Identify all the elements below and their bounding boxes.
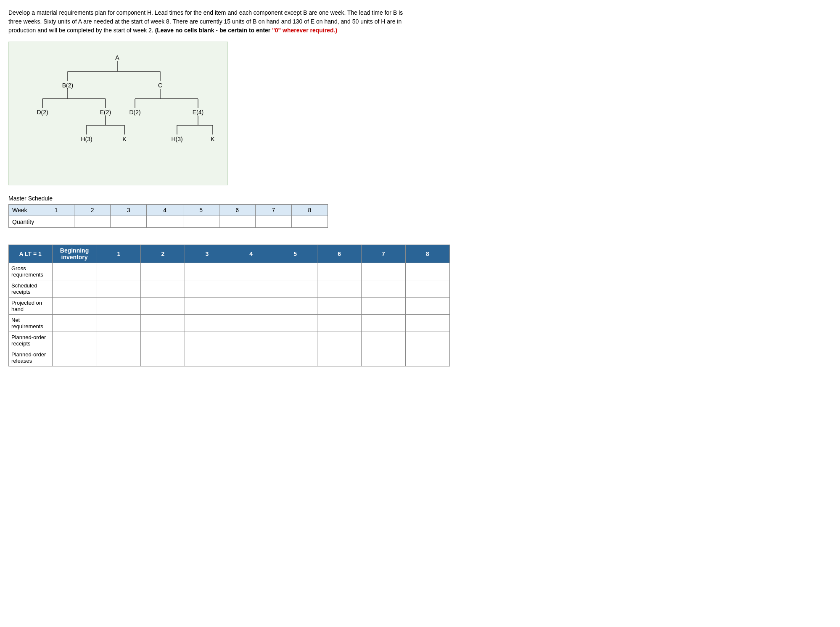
mrp-input-3-week-6[interactable]	[320, 320, 359, 327]
ms-qty-input-8[interactable]	[295, 219, 324, 225]
mrp-cell-4-week-5[interactable]	[273, 332, 317, 349]
mrp-bi-input-2[interactable]	[55, 303, 94, 309]
mrp-bi-input-4[interactable]	[55, 337, 94, 344]
mrp-input-0-week-2[interactable]	[143, 269, 182, 275]
mrp-cell-0-week-3[interactable]	[185, 263, 229, 280]
mrp-bi-2[interactable]	[52, 298, 97, 315]
mrp-cell-1-week-1[interactable]	[97, 280, 141, 298]
mrp-input-0-week-6[interactable]	[320, 269, 359, 275]
ms-qty-8[interactable]	[291, 216, 328, 228]
mrp-cell-5-week-8[interactable]	[405, 349, 449, 366]
mrp-cell-5-week-3[interactable]	[185, 349, 229, 366]
mrp-input-5-week-7[interactable]	[364, 355, 403, 361]
mrp-input-4-week-2[interactable]	[143, 337, 182, 344]
mrp-input-2-week-2[interactable]	[143, 303, 182, 309]
mrp-cell-1-week-6[interactable]	[317, 280, 362, 298]
mrp-input-1-week-1[interactable]	[100, 286, 138, 292]
ms-qty-input-4[interactable]	[150, 219, 179, 225]
mrp-input-0-week-7[interactable]	[364, 269, 403, 275]
mrp-cell-5-week-2[interactable]	[141, 349, 185, 366]
mrp-cell-5-week-5[interactable]	[273, 349, 317, 366]
mrp-cell-0-week-2[interactable]	[141, 263, 185, 280]
mrp-bi-input-5[interactable]	[55, 355, 94, 361]
mrp-input-5-week-8[interactable]	[408, 355, 447, 361]
ms-qty-5[interactable]	[183, 216, 219, 228]
mrp-cell-3-week-2[interactable]	[141, 315, 185, 332]
mrp-input-0-week-5[interactable]	[276, 269, 314, 275]
mrp-input-0-week-8[interactable]	[408, 269, 447, 275]
mrp-input-5-week-5[interactable]	[276, 355, 314, 361]
ms-qty-1[interactable]	[38, 216, 74, 228]
mrp-input-5-week-6[interactable]	[320, 355, 359, 361]
mrp-cell-3-week-1[interactable]	[97, 315, 141, 332]
mrp-input-3-week-1[interactable]	[100, 320, 138, 327]
ms-qty-input-7[interactable]	[259, 219, 288, 225]
mrp-cell-2-week-5[interactable]	[273, 298, 317, 315]
mrp-cell-4-week-8[interactable]	[405, 332, 449, 349]
mrp-bi-0[interactable]	[52, 263, 97, 280]
mrp-input-2-week-3[interactable]	[188, 303, 226, 309]
mrp-input-1-week-8[interactable]	[408, 286, 447, 292]
mrp-cell-2-week-6[interactable]	[317, 298, 362, 315]
mrp-input-4-week-1[interactable]	[100, 337, 138, 344]
mrp-cell-3-week-5[interactable]	[273, 315, 317, 332]
mrp-bi-input-1[interactable]	[55, 286, 94, 292]
mrp-input-2-week-8[interactable]	[408, 303, 447, 309]
mrp-cell-0-week-5[interactable]	[273, 263, 317, 280]
mrp-input-2-week-4[interactable]	[232, 303, 270, 309]
mrp-input-0-week-4[interactable]	[232, 269, 270, 275]
mrp-cell-0-week-7[interactable]	[362, 263, 406, 280]
mrp-input-3-week-3[interactable]	[188, 320, 226, 327]
mrp-cell-5-week-1[interactable]	[97, 349, 141, 366]
mrp-input-1-week-7[interactable]	[364, 286, 403, 292]
ms-qty-input-6[interactable]	[223, 219, 252, 225]
mrp-input-5-week-4[interactable]	[232, 355, 270, 361]
mrp-bi-4[interactable]	[52, 332, 97, 349]
mrp-cell-4-week-1[interactable]	[97, 332, 141, 349]
mrp-cell-4-week-4[interactable]	[229, 332, 273, 349]
mrp-cell-4-week-3[interactable]	[185, 332, 229, 349]
mrp-input-2-week-5[interactable]	[276, 303, 314, 309]
mrp-cell-4-week-7[interactable]	[362, 332, 406, 349]
mrp-input-3-week-2[interactable]	[143, 320, 182, 327]
mrp-cell-1-week-4[interactable]	[229, 280, 273, 298]
mrp-cell-0-week-8[interactable]	[405, 263, 449, 280]
mrp-bi-5[interactable]	[52, 349, 97, 366]
mrp-input-0-week-1[interactable]	[100, 269, 138, 275]
mrp-input-3-week-7[interactable]	[364, 320, 403, 327]
mrp-input-4-week-6[interactable]	[320, 337, 359, 344]
mrp-input-4-week-5[interactable]	[276, 337, 314, 344]
mrp-input-1-week-2[interactable]	[143, 286, 182, 292]
mrp-input-3-week-5[interactable]	[276, 320, 314, 327]
mrp-cell-3-week-4[interactable]	[229, 315, 273, 332]
ms-qty-input-1[interactable]	[42, 219, 71, 225]
mrp-cell-1-week-2[interactable]	[141, 280, 185, 298]
mrp-input-4-week-4[interactable]	[232, 337, 270, 344]
mrp-cell-3-week-3[interactable]	[185, 315, 229, 332]
mrp-bi-input-0[interactable]	[55, 269, 94, 275]
mrp-cell-2-week-1[interactable]	[97, 298, 141, 315]
mrp-cell-4-week-6[interactable]	[317, 332, 362, 349]
mrp-cell-4-week-2[interactable]	[141, 332, 185, 349]
mrp-cell-3-week-8[interactable]	[405, 315, 449, 332]
mrp-input-4-week-3[interactable]	[188, 337, 226, 344]
mrp-bi-3[interactable]	[52, 315, 97, 332]
mrp-input-2-week-7[interactable]	[364, 303, 403, 309]
mrp-cell-0-week-4[interactable]	[229, 263, 273, 280]
mrp-input-2-week-6[interactable]	[320, 303, 359, 309]
ms-qty-3[interactable]	[111, 216, 147, 228]
mrp-cell-5-week-4[interactable]	[229, 349, 273, 366]
mrp-cell-0-week-1[interactable]	[97, 263, 141, 280]
mrp-input-3-week-4[interactable]	[232, 320, 270, 327]
mrp-cell-5-week-6[interactable]	[317, 349, 362, 366]
ms-qty-7[interactable]	[255, 216, 291, 228]
ms-qty-4[interactable]	[147, 216, 183, 228]
ms-qty-input-3[interactable]	[114, 219, 143, 225]
mrp-bi-input-3[interactable]	[55, 320, 94, 327]
mrp-cell-2-week-3[interactable]	[185, 298, 229, 315]
mrp-cell-2-week-2[interactable]	[141, 298, 185, 315]
mrp-input-1-week-4[interactable]	[232, 286, 270, 292]
mrp-cell-2-week-8[interactable]	[405, 298, 449, 315]
ms-qty-6[interactable]	[219, 216, 255, 228]
mrp-input-1-week-3[interactable]	[188, 286, 226, 292]
